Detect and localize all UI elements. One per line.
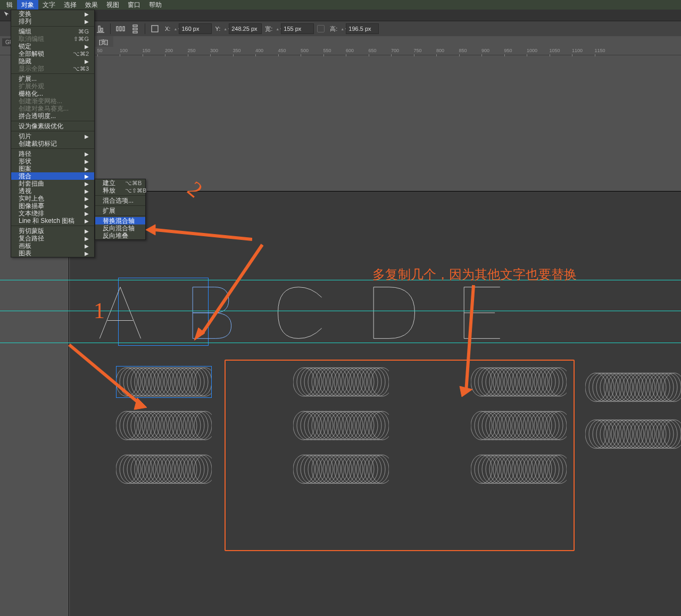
svg-line-272 (466, 285, 474, 392)
menu-item[interactable]: Line 和 Sketch 图稿▶ (11, 217, 94, 224)
arrow-icon (404, 283, 479, 400)
menu-item[interactable]: 创建裁切标记 (11, 140, 94, 147)
menu-item[interactable]: 设为像素级优化 (11, 122, 94, 130)
menu-item[interactable]: 混合选项... (95, 197, 145, 204)
svg-rect-24 (152, 26, 158, 32)
arrow-icon (67, 343, 152, 412)
svg-rect-19 (120, 27, 121, 31)
w-label: 宽: (265, 25, 272, 33)
align-bottom-icon[interactable] (94, 22, 107, 36)
link-wh-icon[interactable] (317, 25, 325, 32)
svg-marker-267 (146, 224, 155, 235)
menu-视图[interactable]: 视图 (102, 0, 123, 11)
annotation-box (225, 360, 575, 551)
annotation-number-1: 1 (94, 298, 105, 323)
distribute-h-icon[interactable] (113, 22, 127, 36)
annotation-text: 多复制几个，因为其他文字也要替换 (372, 266, 577, 283)
tool-row (0, 10, 681, 21)
svg-line-274 (69, 345, 140, 404)
menu-辑[interactable]: 辑 (2, 0, 17, 11)
menu-item[interactable]: 反向堆叠 (95, 232, 145, 239)
arrow-icon (146, 222, 252, 244)
svg-rect-22 (133, 28, 137, 30)
options-bar: X: ▲▼ Y: ▲▼ 宽: ▲▼ 高: ▲▼ (0, 21, 681, 36)
document-tab[interactable]: [宽] (94, 36, 113, 48)
menu-item[interactable]: 释放⌥⇧⌘B (95, 187, 145, 194)
object-menu[interactable]: 变换▶排列▶编组⌘G取消编组⇧⌘G锁定▶全部解锁⌥⌘2隐藏▶显示全部⌥⌘3扩展.… (11, 10, 95, 257)
menu-文字[interactable]: 文字 (38, 0, 60, 11)
svg-rect-20 (123, 27, 124, 31)
coil-edge (585, 419, 681, 451)
w-input[interactable] (281, 23, 314, 34)
menu-item[interactable]: 排列▶ (11, 18, 94, 25)
svg-rect-18 (117, 27, 118, 31)
coil-edge (585, 372, 681, 404)
menu-item[interactable]: 图表▶ (11, 249, 94, 257)
svg-rect-23 (133, 31, 137, 33)
menu-item: 显示全部⌥⌘3 (11, 65, 94, 72)
svg-rect-21 (133, 25, 137, 27)
arrow-icon (194, 243, 263, 344)
distribute-v-icon[interactable] (128, 22, 142, 36)
y-input[interactable] (229, 23, 262, 34)
x-label: X: (165, 26, 170, 32)
h-label: 高: (330, 25, 337, 33)
svg-line-270 (202, 245, 262, 334)
cursor-icon (3, 11, 11, 18)
menu-帮助[interactable]: 帮助 (145, 0, 166, 11)
svg-rect-16 (98, 26, 100, 31)
menu-item[interactable]: 扩展 (95, 207, 145, 214)
blend-submenu[interactable]: 建立⌥⌘B释放⌥⇧⌘B混合选项...扩展替换混合轴反向混合轴反向堆叠 (95, 179, 146, 240)
y-label: Y: (215, 26, 220, 32)
menu-效果[interactable]: 效果 (81, 0, 102, 11)
letter-row (88, 281, 681, 345)
menu-窗口[interactable]: 窗口 (123, 0, 145, 11)
x-input[interactable] (179, 23, 212, 34)
menu-item[interactable]: 拼合透明度... (11, 112, 94, 120)
menu-选择[interactable]: 选择 (60, 0, 81, 11)
guide-line (0, 280, 681, 280)
letter-c (269, 282, 333, 344)
svg-line-268 (155, 230, 252, 239)
menubar[interactable]: 辑对象文字选择效果视图窗口帮助 (0, 0, 681, 10)
h-input[interactable] (346, 23, 379, 34)
svg-rect-17 (101, 28, 103, 31)
transform-icon[interactable] (148, 22, 162, 36)
horizontal-ruler: 0501001502002503003504004505005506006507… (0, 47, 681, 55)
